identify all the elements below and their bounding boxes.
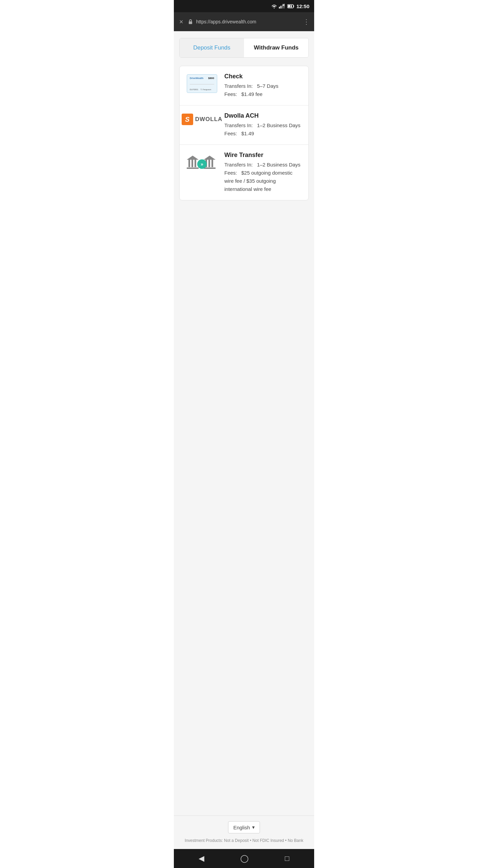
check-logo: DriveWealth $800 DLP2001 T. Ferguson: [185, 74, 219, 93]
payment-options-card: DriveWealth $800 DLP2001 T. Ferguson Che…: [179, 66, 309, 200]
browser-url[interactable]: https://apps.drivewealth.com: [196, 19, 300, 24]
check-title: Check: [224, 73, 303, 80]
svg-rect-19: [204, 167, 216, 169]
check-option[interactable]: DriveWealth $800 DLP2001 T. Ferguson Che…: [180, 66, 308, 105]
check-image: DriveWealth $800 DLP2001 T. Ferguson: [187, 74, 217, 93]
check-amount: $800: [208, 77, 214, 80]
svg-point-0: [273, 8, 274, 8]
language-selector[interactable]: English ▾: [228, 821, 260, 833]
svg-rect-10: [189, 21, 192, 24]
dwolla-s-icon: S: [185, 116, 189, 123]
check-line: [190, 84, 214, 84]
chevron-down-icon: ▾: [252, 824, 255, 830]
bank-icon: »: [187, 153, 217, 172]
dwolla-details: Dwolla ACH Transfers In: 1–2 Business Da…: [224, 112, 303, 138]
browser-menu-button[interactable]: ⋮: [303, 18, 310, 26]
wire-logo-inner: »: [187, 153, 217, 172]
check-brand: DriveWealth: [190, 77, 203, 79]
svg-rect-13: [195, 160, 196, 167]
wire-details: Wire Transfer Transfers In: 1–2 Business…: [224, 152, 303, 193]
dwolla-info: Transfers In: 1–2 Business Days Fees: $1…: [224, 121, 303, 138]
svg-text:»: »: [201, 161, 203, 167]
svg-rect-11: [188, 160, 190, 167]
svg-rect-18: [211, 160, 213, 167]
status-bar: 12:50: [174, 0, 314, 12]
check-details: Check Transfers In: 5–7 Days Fees: $1.49…: [224, 73, 303, 98]
check-info: Transfers In: 5–7 Days Fees: $1.49 fee: [224, 82, 303, 98]
dwolla-text: DWOLLA: [195, 116, 223, 123]
svg-marker-15: [187, 156, 199, 160]
check-account: DLP2001 T. Ferguson: [190, 88, 214, 91]
lock-icon: [188, 19, 193, 24]
battery-icon: [287, 4, 295, 8]
dwolla-square: S: [182, 114, 193, 125]
dwolla-option[interactable]: S DWOLLA Dwolla ACH Transfers In: 1–2 Bu…: [180, 105, 308, 145]
wifi-icon: [271, 4, 277, 8]
browser-bar: × https://apps.drivewealth.com ⋮: [174, 12, 314, 31]
svg-rect-2: [280, 6, 281, 8]
svg-rect-12: [191, 160, 193, 167]
status-time: 12:50: [297, 3, 309, 9]
tab-deposit-funds[interactable]: Deposit Funds: [180, 38, 244, 57]
wire-logo: »: [185, 153, 219, 172]
wire-option[interactable]: » Wire Transfer Transfers In: 1–2 Busine…: [180, 145, 308, 200]
footer: English ▾ Investment Products: Not a Dep…: [174, 815, 314, 849]
footer-disclaimer: Investment Products: Not a Deposit • Not…: [179, 837, 309, 844]
nav-bar: ◀ ◯ □: [174, 849, 314, 868]
dwolla-title: Dwolla ACH: [224, 112, 303, 119]
signal-icon: [279, 4, 286, 8]
svg-rect-8: [288, 5, 292, 7]
svg-rect-17: [208, 160, 210, 167]
dwolla-logo: S DWOLLA: [185, 114, 219, 125]
svg-rect-3: [282, 5, 283, 8]
recents-button[interactable]: □: [285, 854, 289, 863]
language-label: English: [233, 825, 250, 830]
tab-withdraw-funds[interactable]: Withdraw Funds: [244, 38, 308, 57]
dwolla-logo-inner: S DWOLLA: [182, 114, 223, 125]
tab-switcher: Deposit Funds Withdraw Funds: [179, 38, 309, 58]
main-content: Deposit Funds Withdraw Funds DriveWealth…: [174, 31, 314, 815]
wire-info: Transfers In: 1–2 Business Days Fees: $2…: [224, 161, 303, 193]
browser-close-button[interactable]: ×: [178, 17, 185, 27]
svg-rect-14: [187, 167, 199, 169]
status-icons: 12:50: [271, 3, 309, 9]
home-button[interactable]: ◯: [240, 854, 249, 863]
svg-marker-20: [204, 156, 216, 160]
back-button[interactable]: ◀: [199, 854, 204, 863]
wire-title: Wire Transfer: [224, 152, 303, 159]
svg-rect-1: [279, 7, 280, 8]
